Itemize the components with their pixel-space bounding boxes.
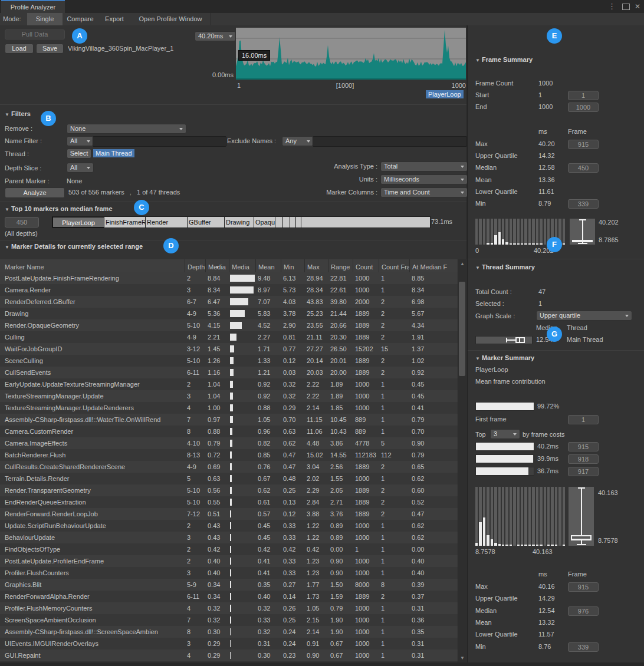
frame-stat-frame-button[interactable]: 339 [568, 199, 599, 209]
column-header-0[interactable]: Marker Name [0, 259, 185, 272]
top-frame-cost-button[interactable]: 918 [568, 454, 599, 464]
column-header-4[interactable]: Mean [255, 259, 281, 272]
marker-columns-dropdown[interactable]: Time and Count [380, 187, 468, 197]
table-row[interactable]: Assembly-CSharp-firstpass.dll!::WaterTil… [0, 414, 458, 426]
filters-section-header[interactable]: ▼Filters [5, 110, 31, 117]
table-row[interactable]: BatchRenderer.Flush8-130.720.850.4715.02… [0, 449, 458, 461]
column-header-7[interactable]: Range [328, 259, 353, 272]
exclude-names-input[interactable] [313, 136, 467, 147]
top10-segment[interactable]: FinishFrameR [104, 217, 146, 228]
table-row[interactable]: CullResults.CreateSharedRendererScene4-9… [0, 461, 458, 473]
top10-segment[interactable]: PlayerLoop [52, 217, 104, 228]
table-row[interactable]: Culling4-92.212.270.8121.1120.30188921.9… [0, 331, 458, 343]
toolbar-button-single[interactable]: Single [27, 13, 63, 25]
top10-marker-bar[interactable]: PlayerLoopFinishFrameRRenderGBufferDrawi… [52, 216, 431, 228]
top10-segment[interactable]: Opaqu [254, 217, 275, 228]
top10-segment[interactable] [290, 217, 296, 228]
frame-time-graph[interactable] [236, 28, 466, 80]
column-header-5[interactable]: Min [281, 259, 304, 272]
table-row[interactable]: CullSendEvents6-111.161.210.0320.0320.00… [0, 367, 458, 378]
column-header-9[interactable]: Count Fra [379, 259, 409, 272]
column-header-2[interactable]: Media▼ [205, 259, 229, 272]
close-icon[interactable]: ✕ [635, 2, 640, 11]
table-row[interactable]: TextureStreamingManager.Update31.040.920… [0, 390, 458, 402]
exclude-mode-dropdown[interactable]: Any [282, 136, 314, 146]
scrollbar-thumb[interactable] [459, 282, 465, 376]
toolbar-button-export[interactable]: Export [98, 13, 132, 25]
table-row[interactable]: Assembly-CSharp-firstpass.dll!::ScreenSp… [0, 626, 458, 638]
table-row[interactable]: EarlyUpdate.UpdateTextureStreamingManage… [0, 378, 458, 390]
frame-stat-frame-button[interactable]: 915 [568, 140, 599, 149]
thread-summary-header[interactable]: ▼Thread Summary [475, 263, 535, 271]
marker-stat-frame-button[interactable]: 976 [568, 606, 599, 616]
column-header-10[interactable]: At Median F [409, 259, 458, 272]
name-filter-mode-dropdown[interactable]: All [67, 136, 94, 146]
table-row[interactable]: Profiler.FlushMemoryCounters40.320.320.2… [0, 602, 458, 614]
column-header-1[interactable]: Depth [185, 259, 205, 272]
table-row[interactable]: FindObjectsOfType20.420.420.420.420.0011… [0, 543, 458, 555]
save-button[interactable]: Save [36, 44, 64, 54]
marker-stat-frame-button[interactable]: 339 [568, 642, 599, 652]
top10-section-header[interactable]: ▼Top 10 markers on median frame [5, 205, 113, 212]
column-header-8[interactable]: Count [353, 259, 379, 272]
toolbar-button-compare[interactable]: Compare [63, 13, 98, 25]
top10-segment[interactable]: Render [146, 217, 188, 228]
scroll-down-icon[interactable]: ▼ [460, 655, 465, 661]
maximize-icon[interactable] [622, 4, 630, 10]
table-row[interactable]: WaitForJobGroupID3-121.451.710.7727.2726… [0, 343, 458, 355]
top10-frame-button[interactable]: 450 [5, 217, 39, 228]
table-row[interactable]: ScreenSpaceAmbientOcclusion70.320.330.25… [0, 614, 458, 626]
selected-marker-chip[interactable]: PlayerLoop [426, 90, 464, 98]
pull-data-button[interactable]: Pull Data [5, 29, 65, 39]
table-row[interactable]: Graphics.Blit5-90.340.350.271.771.508000… [0, 579, 458, 591]
table-row[interactable]: Drawing4-95.365.833.7825.2321.44188925.6… [0, 308, 458, 319]
table-row[interactable]: UIEvents.IMGUIRenderOverlays30.290.310.2… [0, 638, 458, 649]
marker-stat-frame-button[interactable]: 915 [568, 582, 599, 592]
column-header-6[interactable]: Max [304, 259, 328, 272]
analyze-button[interactable]: Analyze [5, 187, 65, 198]
top10-segment[interactable] [275, 217, 283, 228]
graph-scale-dropdown-top[interactable]: 40.20ms [195, 31, 236, 41]
top-frame-cost-button[interactable]: 915 [568, 442, 599, 451]
top10-segment[interactable]: GBuffer [188, 217, 225, 228]
table-row[interactable]: GUI.Repaint40.290.300.230.900.67100010.3… [0, 649, 458, 661]
frame-summary-header[interactable]: ▼Frame Summary [475, 56, 533, 63]
load-button[interactable]: Load [5, 44, 34, 54]
frame-stat-frame-button[interactable]: 450 [568, 163, 599, 173]
table-row[interactable]: Camera.ImageEffects4-100.790.820.624.483… [0, 437, 458, 449]
table-row[interactable]: BehaviourUpdate30.430.450.331.220.891000… [0, 532, 458, 543]
top-frame-cost-button[interactable]: 917 [568, 467, 599, 476]
graph-scale-dropdown[interactable]: Upper quartile [536, 311, 632, 321]
toolbar-button-open-profiler-window[interactable]: Open Profiler Window [131, 13, 211, 25]
thread-select-button[interactable]: Select [67, 149, 91, 159]
table-row[interactable]: Update.ScriptRunBehaviourUpdate20.430.45… [0, 520, 458, 532]
top10-segment[interactable] [296, 217, 301, 228]
marker-details-section-header[interactable]: ▼Marker Details for currently selected r… [5, 243, 143, 250]
top10-segment[interactable]: Drawing [225, 217, 254, 228]
table-row[interactable]: RenderForwardAlpha.Render6-110.340.400.1… [0, 591, 458, 602]
depth-slice-dropdown[interactable]: All [67, 163, 94, 173]
frame-info-frame-button[interactable]: 1000 [568, 103, 599, 112]
table-row[interactable]: PostLateUpdate.ProfilerEndFrame20.400.41… [0, 555, 458, 567]
table-row[interactable]: TextureStreamingManager.UpdateRenderers4… [0, 402, 458, 414]
table-row[interactable]: Camera.CustomRender80.880.960.6311.0610.… [0, 426, 458, 437]
table-row[interactable]: Camera.Render38.348.975.7328.3422.611000… [0, 284, 458, 296]
column-header-3[interactable]: Media [229, 259, 255, 272]
table-row[interactable]: EndRenderQueueExtraction5-100.550.610.13… [0, 496, 458, 508]
marker-summary-header[interactable]: ▼Marker Summary [475, 354, 534, 361]
table-row[interactable]: SceneCulling5-101.261.330.1220.1420.0118… [0, 355, 458, 367]
table-row[interactable]: Render.TransparentGeometry5-100.560.620.… [0, 484, 458, 496]
name-filter-input[interactable] [93, 136, 226, 147]
top10-segment[interactable] [283, 217, 290, 228]
table-row[interactable]: Render.OpaqueGeometry5-104.154.522.9023.… [0, 319, 458, 331]
top-n-dropdown[interactable]: 3 [490, 429, 520, 439]
table-row[interactable]: RenderForward.RenderLoopJob7-120.510.570… [0, 508, 458, 520]
table-row[interactable]: PostLateUpdate.FinishFrameRendering28.84… [0, 272, 458, 284]
tab-profile-analyzer[interactable]: Profile Analyzer [1, 0, 65, 14]
units-dropdown[interactable]: Milliseconds [380, 174, 468, 184]
table-row[interactable]: Terrain.Details.Render50.630.670.482.021… [0, 473, 458, 484]
analysis-type-dropdown[interactable]: Total [380, 161, 468, 172]
kebab-menu-icon[interactable]: ⋮ [608, 2, 616, 11]
remove-dropdown[interactable]: None [67, 124, 186, 134]
table-row[interactable]: Profiler.FlushCounters30.400.410.331.230… [0, 567, 458, 579]
